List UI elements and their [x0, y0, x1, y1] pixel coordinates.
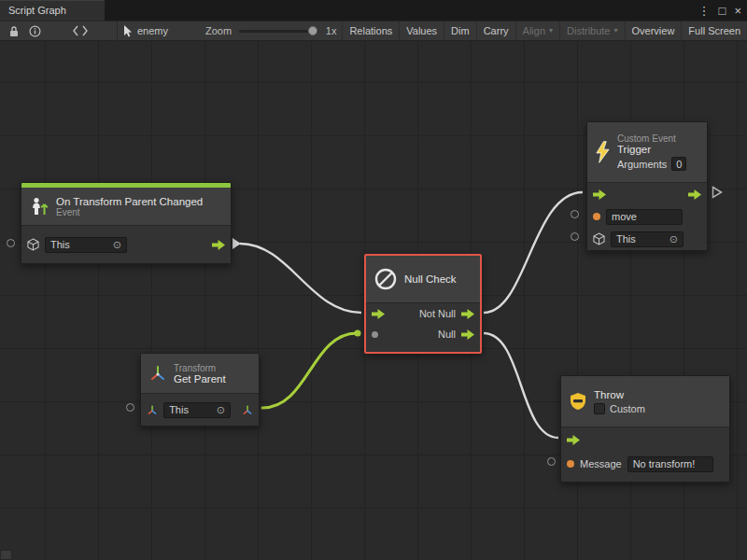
close-icon[interactable]: ×	[734, 5, 741, 17]
message-row: Message No transform!	[561, 452, 729, 476]
wire-null-to-throw[interactable]	[484, 333, 558, 438]
gameobject-cube-icon	[27, 238, 39, 251]
overview-button[interactable]: Overview	[625, 21, 682, 40]
node-title: Get Parent	[174, 373, 226, 385]
info-icon	[29, 25, 41, 37]
trigger-flow-out-port[interactable]	[712, 186, 723, 199]
carry-button[interactable]: Carry	[476, 21, 515, 40]
node-on-transform-parent-changed[interactable]: On Transform Parent Changed Event This ⊙	[21, 182, 232, 264]
flow-out-arrow-icon[interactable]	[688, 189, 701, 200]
tab-bar: Script Graph ⋮ □ ×	[0, 0, 747, 21]
not-null-label: Not Null	[419, 308, 456, 319]
flow-out-arrow-icon[interactable]	[212, 240, 225, 250]
throw-message-port[interactable]	[547, 457, 556, 466]
arguments-label: Arguments	[617, 159, 667, 170]
zoom-label: Zoom	[205, 25, 232, 36]
flow-in-arrow-icon[interactable]	[372, 309, 385, 319]
flow-row	[587, 183, 707, 205]
node-null-check[interactable]: Null Check Not Null Null	[364, 254, 482, 354]
info-button[interactable]	[24, 21, 46, 40]
menu-icon[interactable]: ⋮	[698, 5, 711, 17]
node-header[interactable]: Custom Event Trigger Arguments 0	[587, 122, 707, 182]
zoom-slider-knob[interactable]	[308, 26, 317, 35]
wire-event-to-nullcheck[interactable]	[240, 244, 361, 313]
null-label: Null	[438, 329, 456, 340]
lock-button[interactable]	[4, 21, 24, 40]
node-subtitle: Event	[56, 207, 203, 217]
not-null-out-arrow-icon[interactable]	[461, 309, 474, 319]
graph-breadcrumb[interactable]: enemy	[118, 21, 174, 40]
wire-notnull-to-trigger[interactable]	[484, 192, 583, 313]
node-header[interactable]: Throw Custom	[561, 376, 729, 427]
node-header[interactable]: Null Check	[366, 256, 480, 302]
getparent-target-port[interactable]	[126, 403, 134, 412]
gameobject-cube-icon	[593, 232, 605, 245]
transform-icon	[148, 364, 167, 383]
relations-button[interactable]: Relations	[342, 21, 399, 40]
node-title: Trigger	[617, 144, 686, 155]
node-trigger-custom-event[interactable]: Custom Event Trigger Arguments 0	[586, 121, 708, 251]
zoom-slider[interactable]	[239, 30, 318, 33]
maximize-icon[interactable]: □	[719, 5, 726, 17]
tab-script-graph[interactable]: Script Graph	[0, 0, 105, 21]
string-port[interactable]	[567, 460, 574, 468]
code-icon	[73, 25, 88, 36]
distribute-button[interactable]: Distribute▾	[559, 21, 624, 40]
target-field[interactable]: This ⊙	[163, 402, 231, 418]
chevron-down-icon: ▾	[614, 27, 618, 35]
values-button[interactable]: Values	[399, 21, 444, 40]
graph-canvas[interactable]: On Transform Parent Changed Event This ⊙	[0, 41, 747, 560]
dim-button[interactable]: Dim	[444, 21, 476, 40]
wire-endpoint-dot	[354, 329, 360, 336]
window-controls: ⋮ □ ×	[698, 0, 741, 21]
string-port[interactable]	[593, 213, 600, 220]
node-category: Transform	[174, 363, 226, 373]
flow-row	[561, 427, 729, 452]
message-field[interactable]: No transform!	[627, 456, 713, 472]
fullscreen-button[interactable]: Full Screen	[681, 21, 747, 40]
transform-out-port-icon[interactable]	[242, 404, 253, 416]
custom-event-icon	[595, 141, 611, 163]
arguments-count-field[interactable]: 0	[671, 157, 686, 171]
target-row: This ⊙	[21, 226, 231, 263]
event-name-field[interactable]: move	[606, 209, 683, 225]
target-picker-icon[interactable]: ⊙	[669, 234, 678, 245]
target-picker-icon[interactable]: ⊙	[217, 405, 225, 415]
node-throw[interactable]: Throw Custom Message No	[560, 375, 730, 483]
target-field[interactable]: This ⊙	[45, 237, 127, 253]
target-row: This ⊙	[587, 228, 707, 250]
flow-in-arrow-icon[interactable]	[593, 189, 606, 200]
graph-pointer-icon	[123, 25, 133, 37]
trigger-name-port[interactable]	[571, 210, 579, 218]
transform-parent-changed-icon	[29, 197, 49, 216]
null-check-icon	[374, 267, 398, 291]
script-graph-window: Script Graph ⋮ □ ×	[0, 0, 747, 560]
node-title: On Transform Parent Changed	[56, 196, 203, 207]
lock-icon	[8, 25, 20, 37]
null-out-arrow-icon[interactable]	[461, 329, 474, 340]
graph-name: enemy	[137, 25, 168, 36]
custom-label: Custom	[610, 403, 645, 414]
event-flow-out-port[interactable]	[233, 238, 241, 249]
transform-type-icon	[147, 404, 158, 416]
node-category: Custom Event	[617, 133, 686, 144]
value-in-port[interactable]	[372, 331, 378, 338]
target-picker-icon[interactable]: ⊙	[113, 240, 121, 250]
wire-getparent-to-nullcheck[interactable]	[262, 333, 357, 408]
not-null-row: Not Null	[366, 303, 480, 324]
chevron-down-icon: ▾	[549, 27, 553, 35]
message-label: Message	[580, 458, 622, 469]
trigger-target-port[interactable]	[571, 232, 579, 241]
zoom-value: 1x	[326, 25, 337, 36]
event-target-port[interactable]	[7, 239, 15, 247]
node-header[interactable]: On Transform Parent Changed Event	[21, 188, 231, 225]
align-button[interactable]: Align▾	[515, 21, 559, 40]
node-header[interactable]: Transform Get Parent	[141, 354, 259, 393]
graph-toolbar: enemy Zoom 1x Relations Values Dim Carry…	[0, 21, 747, 41]
custom-checkbox[interactable]	[594, 403, 605, 414]
code-view-button[interactable]	[68, 21, 92, 40]
flow-in-arrow-icon[interactable]	[567, 435, 580, 445]
target-field[interactable]: This ⊙	[611, 231, 684, 247]
node-get-parent[interactable]: Transform Get Parent This ⊙	[140, 353, 260, 427]
scrollbar-corner[interactable]	[0, 550, 12, 560]
